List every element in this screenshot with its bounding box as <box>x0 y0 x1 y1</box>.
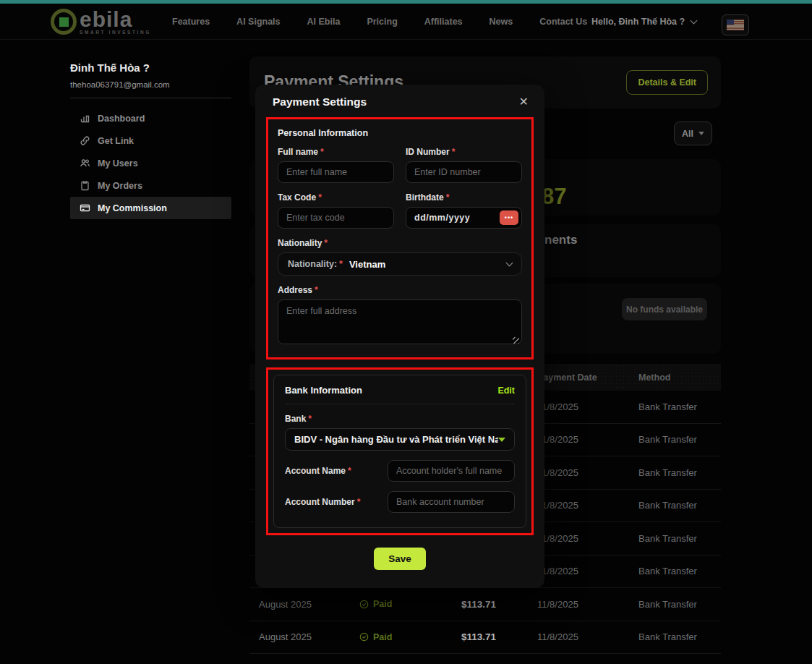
nationality-select[interactable]: Nationality:* Vietnam <box>278 252 522 276</box>
no-funds-available-button[interactable]: No funds available <box>622 298 707 320</box>
sidebar-divider <box>70 98 231 98</box>
tax-code-input[interactable] <box>278 207 394 229</box>
cell-payment-date: 11/8/2025 <box>537 467 638 478</box>
sidebar-item-label: My Orders <box>98 181 142 191</box>
address-field-group: Address* <box>278 285 522 347</box>
address-textarea[interactable] <box>278 299 522 344</box>
cell-status: Paid <box>359 599 461 609</box>
sidebar-item-label: Get Link <box>98 136 134 146</box>
nav-menu-item[interactable]: Contact Us <box>539 17 587 27</box>
check-circle-icon <box>359 600 369 609</box>
cell-method: Bank Transfer <box>638 599 721 610</box>
cell-status: Paid <box>359 632 461 642</box>
sidebar-menu: Dashboard Get Link My Users My Orders My… <box>70 107 231 219</box>
bank-select-value: BIDV - Ngân hàng Đầu tư và Phát triển Vi… <box>294 434 498 445</box>
sidebar-user-name: Đinh Thế Hòa ? <box>70 61 150 74</box>
sidebar-item-label: My Users <box>98 158 138 169</box>
filter-all-label: All <box>682 129 693 139</box>
cell-payment-date: 11/8/2025 <box>537 434 638 445</box>
required-marker: * <box>339 259 343 269</box>
chevron-down-icon <box>698 132 704 135</box>
app-window: ebila SMART INVESTING FeaturesAI Signals… <box>0 0 812 664</box>
sidebar-item-my-users[interactable]: My Users <box>70 152 231 174</box>
id-number-input[interactable] <box>406 161 522 183</box>
cell-method: Bank Transfer <box>638 566 721 576</box>
sidebar-item-get-link[interactable]: Get Link <box>70 129 231 152</box>
account-name-input[interactable] <box>388 460 515 482</box>
bank-edit-link[interactable]: Edit <box>497 386 515 396</box>
table-row[interactable]: August 2025 Paid $113.71 11/8/2025 Bank … <box>249 588 721 621</box>
link-icon <box>80 135 90 146</box>
full-name-input[interactable] <box>278 161 394 183</box>
brand-name: ebila <box>80 9 151 30</box>
balance-value-fragment: 87 <box>542 184 566 210</box>
modal-title: Payment Settings <box>273 95 367 108</box>
nav-menu-item[interactable]: AI Signals <box>236 17 280 27</box>
bank-label: Bank <box>285 414 306 424</box>
cell-method: Bank Transfer <box>638 467 721 478</box>
cell-payment-date: 11/8/2025 <box>537 500 638 511</box>
required-marker: * <box>348 466 351 476</box>
language-selector-button[interactable] <box>722 14 749 35</box>
sidebar-item-my-commission[interactable]: My Commission <box>70 197 231 219</box>
cell-month: August 2025 <box>259 599 359 610</box>
cell-method: Bank Transfer <box>638 500 721 511</box>
nav-menu-item[interactable]: News <box>490 17 513 27</box>
brand-logo-icon <box>51 9 77 35</box>
account-number-label: Account Number <box>285 497 355 507</box>
account-number-input[interactable] <box>388 491 515 513</box>
birthdate-label: Birthdate <box>406 192 444 203</box>
chevron-down-icon <box>691 17 698 24</box>
id-number-field-group: ID Number* <box>406 147 522 183</box>
address-label: Address <box>278 285 312 295</box>
full-name-label: Full name <box>278 147 318 157</box>
brand-logo[interactable]: ebila SMART INVESTING <box>51 9 151 35</box>
cell-amount: $113.71 <box>461 599 537 610</box>
save-button[interactable]: Save <box>374 548 426 570</box>
nav-menu-item[interactable]: AI Ebila <box>307 17 341 27</box>
account-number-field-group: Account Number* <box>285 491 515 513</box>
nav-menu-item[interactable]: Pricing <box>367 17 397 27</box>
user-greeting-label: Hello, Đinh Thế Hòa ? <box>591 17 685 27</box>
user-greeting-dropdown[interactable]: Hello, Đinh Thế Hòa ? <box>591 4 696 40</box>
nationality-select-prefix: Nationality: <box>288 259 337 269</box>
filter-all-dropdown[interactable]: All <box>674 122 712 145</box>
table-header-method: Method <box>638 373 721 383</box>
sidebar-item-my-orders[interactable]: My Orders <box>70 174 231 197</box>
cell-payment-date: 11/8/2025 <box>537 401 638 412</box>
dashboard-icon <box>80 113 90 124</box>
details-edit-button[interactable]: Details & Edit <box>626 70 708 95</box>
cell-payment-date: 11/8/2025 <box>537 533 638 544</box>
sidebar-item-label: Dashboard <box>98 114 145 124</box>
sidebar-user-email: thehoa063791@gmail.com <box>70 80 170 89</box>
table-row[interactable]: August 2025 Paid $113.71 11/8/2025 Bank … <box>249 621 721 655</box>
bank-information-heading: Bank Information <box>285 385 362 396</box>
table-header-payment-date: Payment Date <box>537 373 638 383</box>
top-navbar: ebila SMART INVESTING FeaturesAI Signals… <box>0 4 812 40</box>
cell-method: Bank Transfer <box>638 401 721 412</box>
tax-code-field-group: Tax Code* <box>278 192 394 229</box>
required-marker: * <box>315 285 318 295</box>
check-circle-icon <box>359 632 369 642</box>
bank-select[interactable]: BIDV - Ngân hàng Đầu tư và Phát triển Vi… <box>285 428 515 451</box>
nationality-select-value: Vietnam <box>349 259 385 270</box>
nav-menu: FeaturesAI SignalsAI EbilaPricingAffilia… <box>172 4 587 40</box>
required-marker: * <box>446 192 450 203</box>
account-name-label: Account Name <box>285 466 346 476</box>
credit-card-icon <box>80 203 90 213</box>
nav-menu-item[interactable]: Affiliates <box>424 17 463 27</box>
birthdate-field-group: Birthdate* ••• <box>406 192 522 229</box>
close-icon[interactable]: ✕ <box>519 96 529 108</box>
calendar-icon[interactable]: ••• <box>500 210 518 225</box>
personal-information-section: Personal Information Full name* ID Numbe… <box>266 117 534 359</box>
nav-menu-item[interactable]: Features <box>172 17 210 27</box>
cell-month: August 2025 <box>259 631 359 642</box>
chevron-down-icon <box>506 259 513 266</box>
tax-code-label: Tax Code <box>278 192 316 203</box>
cell-payment-date: 11/8/2025 <box>537 631 638 642</box>
required-marker: * <box>357 497 361 507</box>
brand-tagline: SMART INVESTING <box>80 30 151 35</box>
sidebar-item-dashboard[interactable]: Dashboard <box>70 107 231 129</box>
required-marker: * <box>308 414 312 424</box>
cell-amount: $113.71 <box>461 631 537 642</box>
